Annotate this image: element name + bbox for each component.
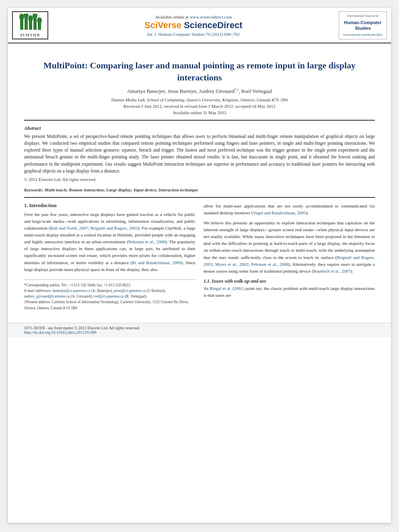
section1-heading: 1. Introduction	[24, 203, 195, 209]
footer-bar: 1071-5819/$ - see front matter © 2012 El…	[8, 323, 391, 337]
paper-title: MultiPoint: Comparing laser and manual p…	[24, 60, 375, 83]
footnote-emails: E-mail addresses: banerjee@cs.queensu.ca…	[24, 288, 195, 300]
abstract-text: We present MultiPoint, a set of perspect…	[24, 133, 375, 175]
footer-doi-link[interactable]: http://dx.doi.org/10.1016/j.ijhcs.2012.0…	[24, 330, 97, 335]
section11-number: 1.1.	[204, 279, 210, 283]
abstract-label: Abstract	[24, 125, 375, 131]
svg-point-7	[28, 15, 33, 22]
journal-website-url: www.elsevier.com/locate/ijhcs	[341, 33, 384, 37]
section1-paragraph2: allow for multi-user applications that a…	[204, 203, 375, 216]
footer-issn: 1071-5819/$ - see front matter © 2012 El…	[24, 326, 375, 330]
ref-myers-2002[interactable]: Myers et al., 2002	[215, 262, 249, 267]
section1-number: 1.	[24, 203, 28, 208]
footnote-corresponding: *Corresponding author. Tel.: +1 613 520 …	[24, 282, 195, 288]
section1-paragraph1: Over the past few years, interactive lar…	[24, 211, 195, 273]
svg-point-9	[37, 17, 42, 24]
keywords-line: Keywords: Multi-touch; Remote interactio…	[24, 187, 375, 192]
available-online-text: Available online at www.sciencedirect.co…	[155, 14, 232, 19]
author-names: Amartya Banerjee, Jesse Burstyn, Audrey …	[127, 88, 235, 94]
journal-reference: Int. J. Human-Computer Studies 70 (2012)…	[147, 32, 240, 37]
ref-peltonen-2008b[interactable]: Peltonen et al., 2008	[251, 262, 288, 267]
section1-paragraph3: We believe this presents an opportunity …	[204, 220, 375, 274]
copyright-text: © 2012 Elsevier Ltd. All rights reserved…	[24, 177, 375, 182]
abstract-section: Abstract We present MultiPoint, a set of…	[24, 125, 375, 182]
authors-line: Amartya Banerjee, Jesse Burstyn, Audrey …	[24, 88, 375, 94]
title-divider	[24, 120, 375, 121]
ref-bi-balakrishnan[interactable]: Bi and Balakrishnan, 2009	[132, 260, 181, 265]
ref-ball-north[interactable]: Ball and North, 2007	[50, 226, 88, 230]
author-last: Roel Vertegaal	[241, 88, 272, 94]
left-column: 1. Introduction Over the past few years,…	[24, 203, 195, 311]
footnote-note1: 1Present address: Carleton School of Inf…	[24, 299, 195, 311]
keywords-text: Multi-touch; Remote interaction; Large d…	[44, 187, 198, 192]
header-center: Available online at www.sciencedirect.co…	[48, 11, 339, 39]
affiliation-line: Human Media Lab, School of Computing, Qu…	[24, 97, 375, 102]
footnote-area: *Corresponding author. Tel.: +1 613 520 …	[24, 279, 195, 311]
section1-title: Introduction	[29, 203, 57, 208]
sciverse-banner: SciVerse ScienceDirect	[144, 20, 242, 31]
header-right-box: International Journal of Human-Computer …	[339, 11, 387, 39]
page: ELSEVIER Available online at www.science…	[8, 8, 391, 523]
author-superscript: *,1	[234, 88, 239, 92]
email-banerjee[interactable]: banerjee@cs.queensu.ca	[53, 289, 90, 293]
elsevier-text: ELSEVIER	[18, 33, 42, 37]
header: ELSEVIER Available online at www.science…	[8, 8, 391, 43]
ref-brignull-rogers-2003[interactable]: Brignull and Rogers, 2003	[90, 226, 138, 230]
email-label: E-mail addresses:	[24, 289, 52, 293]
ref-peltonen-2008[interactable]: Peltonen et al., 2008	[128, 239, 165, 244]
email-roel[interactable]: roel@cs.queensu.ca	[93, 294, 124, 298]
journal-title-italic: International Journal of	[341, 14, 384, 18]
sciverse-url-link[interactable]: www.sciencedirect.com	[189, 14, 232, 19]
journal-title-bold: Human-Computer Studies	[341, 20, 384, 31]
elsevier-logo: ELSEVIER	[12, 11, 48, 39]
svg-point-5	[19, 14, 24, 20]
section11-title: Issues with walk-up-and-use	[212, 279, 266, 283]
email-audrey[interactable]: audrey_girouard@carleton.ca	[24, 294, 70, 298]
section11-heading: 1.1. Issues with walk-up-and-use	[204, 279, 375, 283]
right-column: allow for multi-user applications that a…	[204, 203, 375, 311]
keywords-label: Keywords:	[24, 187, 43, 192]
svg-point-6	[24, 14, 29, 18]
ref-vogel-balakrishnan[interactable]: Vogel and Balakrishnan, 2005	[253, 210, 306, 215]
main-content: MultiPoint: Comparing laser and manual p…	[8, 43, 391, 319]
elsevier-logo-icon	[18, 14, 42, 32]
abstract-divider	[24, 197, 375, 198]
two-column-body: 1. Introduction Over the past few years,…	[24, 203, 375, 311]
ref-ringel-2001[interactable]: Ringel et al. (2001)	[210, 286, 244, 291]
available-online-date: Available online 31 May 2012	[24, 110, 375, 115]
received-dates: Received 1 July 2011; received in revise…	[24, 104, 375, 109]
ref-baudisch-2007[interactable]: Baudisch et al., 2007	[313, 269, 351, 273]
section11-paragraph1: As Ringel et al. (2001) point out, the c…	[204, 285, 375, 299]
email-jesse[interactable]: jesse@cs.queensu.ca	[114, 289, 146, 293]
footer-doi: http://dx.doi.org/10.1016/j.ijhcs.2012.0…	[24, 330, 375, 335]
svg-point-8	[33, 14, 37, 19]
